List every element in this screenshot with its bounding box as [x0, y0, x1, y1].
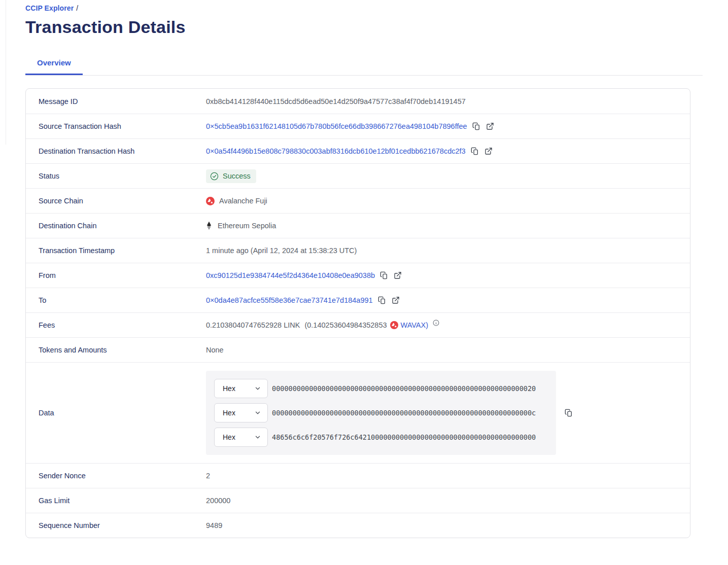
sequence-number-label: Sequence Number	[39, 521, 206, 529]
table-row-sequence-number: Sequence Number 9489	[26, 513, 690, 538]
table-row-gas-limit: Gas Limit 200000	[26, 488, 690, 513]
destination-tx-hash-label: Destination Transaction Hash	[39, 147, 206, 155]
to-address-link[interactable]: 0×0da4e87acfce55f58e36e7cae73741e7d184a9…	[206, 296, 373, 304]
encoding-select[interactable]: Hex	[214, 428, 268, 447]
status-badge: Success	[206, 169, 256, 183]
fees-link-amount: 0.21038040747652928 LINK	[206, 321, 300, 329]
breadcrumb-link-ccip-explorer[interactable]: CCIP Explorer	[25, 4, 74, 12]
encoding-select-value: Hex	[223, 409, 235, 417]
table-row-timestamp: Transaction Timestamp 1 minute ago (Apri…	[26, 238, 690, 263]
data-hex-value: 0000000000000000000000000000000000000000…	[272, 409, 536, 417]
timestamp-label: Transaction Timestamp	[39, 246, 206, 255]
fees-native-amount: (0.140253604984352853	[304, 321, 387, 329]
encoding-select-value: Hex	[223, 433, 235, 441]
copy-icon[interactable]	[472, 122, 481, 131]
source-chain-label: Source Chain	[39, 197, 206, 205]
gas-limit-label: Gas Limit	[39, 497, 206, 505]
tokens-and-amounts-label: Tokens and Amounts	[39, 346, 206, 354]
timestamp-value: 1 minute ago (April 12, 2024 at 15:38:23…	[206, 246, 357, 255]
data-label: Data	[39, 409, 206, 417]
to-label: To	[39, 296, 206, 304]
check-circle-icon	[210, 172, 219, 181]
table-row-status: Status Success	[26, 163, 690, 188]
avalanche-icon	[206, 197, 215, 205]
transaction-details-page: CCIP Explorer/ Transaction Details Overv…	[0, 0, 728, 538]
destination-chain-value: Ethereum Sepolia	[218, 222, 276, 230]
external-link-icon[interactable]	[391, 296, 400, 305]
chevron-down-icon	[254, 434, 261, 441]
message-id-label: Message ID	[39, 97, 206, 105]
from-address-link[interactable]: 0xc90125d1e9384744e5f2d4364e10408e0ea903…	[206, 271, 375, 279]
external-link-icon[interactable]	[484, 147, 493, 156]
table-row-fees: Fees 0.21038040747652928 LINK (0.1402536…	[26, 312, 690, 337]
message-id-value: 0xb8cb414128f440e115dcd5d6ead50e14d250f9…	[206, 97, 466, 105]
data-hex-value: 48656c6c6f20576f726c64210000000000000000…	[272, 433, 536, 441]
status-label: Status	[39, 172, 206, 180]
destination-tx-hash-link[interactable]: 0×0a54f4496b15e808c798830c003abf8316dcb6…	[206, 147, 466, 155]
sequence-number-value: 9489	[206, 521, 222, 529]
destination-chain-label: Destination Chain	[39, 222, 206, 230]
table-row-message-id: Message ID 0xb8cb414128f440e115dcd5d6ead…	[26, 89, 690, 114]
table-row-source-tx-hash: Source Transaction Hash 0×5cb5ea9b1631f6…	[26, 114, 690, 138]
table-row-destination-chain: Destination Chain Ethereum Sepolia	[26, 213, 690, 238]
info-icon[interactable]	[433, 320, 439, 326]
table-row-data: Data Hex 0000000000000000000000000000000…	[26, 362, 690, 463]
external-link-icon[interactable]	[393, 271, 402, 280]
page-title: Transaction Details	[25, 17, 703, 37]
chevron-down-icon	[254, 385, 261, 392]
tokens-and-amounts-value: None	[206, 346, 224, 354]
copy-icon[interactable]	[379, 271, 389, 280]
encoding-select[interactable]: Hex	[214, 403, 268, 422]
ethereum-icon	[206, 221, 213, 230]
breadcrumb: CCIP Explorer/	[25, 4, 703, 12]
table-row-from: From 0xc90125d1e9384744e5f2d4364e10408e0…	[26, 263, 690, 288]
table-row-to: To 0×0da4e87acfce55f58e36e7cae73741e7d18…	[26, 288, 690, 312]
source-chain-value: Avalanche Fuji	[219, 197, 267, 205]
data-hex-panel: Hex 000000000000000000000000000000000000…	[206, 371, 556, 455]
encoding-select[interactable]: Hex	[214, 379, 268, 398]
data-hex-line: Hex 000000000000000000000000000000000000…	[214, 403, 548, 422]
tab-bar: Overview	[25, 58, 703, 76]
table-row-destination-tx-hash: Destination Transaction Hash 0×0a54f4496…	[26, 138, 690, 163]
data-hex-value: 0000000000000000000000000000000000000000…	[272, 384, 536, 393]
from-label: From	[39, 271, 206, 279]
chevron-down-icon	[254, 409, 261, 416]
external-link-icon[interactable]	[486, 122, 495, 131]
sender-nonce-label: Sender Nonce	[39, 472, 206, 480]
fees-label: Fees	[39, 321, 206, 329]
table-row-source-chain: Source Chain Avalanche Fuji	[26, 188, 690, 213]
transaction-details-card: Message ID 0xb8cb414128f440e115dcd5d6ead…	[25, 88, 690, 538]
avalanche-icon	[390, 321, 398, 329]
gas-limit-value: 200000	[206, 497, 230, 505]
data-hex-line: Hex 000000000000000000000000000000000000…	[214, 379, 548, 398]
sender-nonce-value: 2	[206, 472, 210, 480]
copy-icon[interactable]	[470, 147, 479, 156]
breadcrumb-separator: /	[76, 4, 78, 12]
fees-wavax-token-link[interactable]: WAVAX)	[401, 321, 429, 329]
table-row-tokens-and-amounts: Tokens and Amounts None	[26, 337, 690, 362]
source-tx-hash-link[interactable]: 0×5cb5ea9b1631f62148105d67b780b56fce66db…	[206, 122, 467, 130]
source-tx-hash-label: Source Transaction Hash	[39, 122, 206, 130]
copy-icon[interactable]	[564, 408, 573, 417]
tab-overview[interactable]: Overview	[25, 58, 83, 75]
status-badge-text: Success	[223, 172, 251, 180]
left-edge-divider	[6, 0, 6, 145]
data-hex-line: Hex 48656c6c6f20576f726c6421000000000000…	[214, 428, 548, 447]
copy-icon[interactable]	[377, 296, 387, 305]
encoding-select-value: Hex	[223, 384, 235, 393]
table-row-sender-nonce: Sender Nonce 2	[26, 463, 690, 488]
